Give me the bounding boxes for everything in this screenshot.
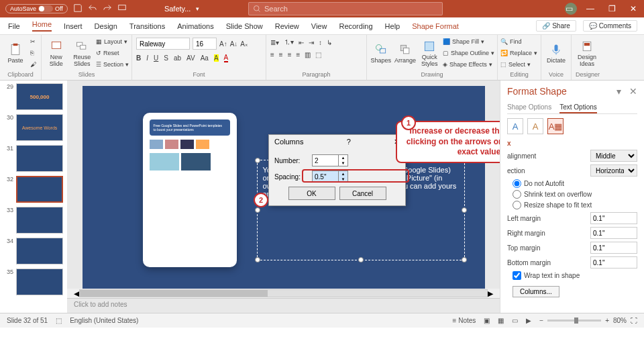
ok-button[interactable]: OK — [288, 187, 335, 200]
undo-icon[interactable] — [88, 3, 97, 14]
notes-toggle[interactable]: ≡ Notes — [453, 317, 476, 324]
highlight-button[interactable]: A — [214, 54, 219, 62]
text-options-tab[interactable]: Text Options — [559, 102, 597, 113]
design-ideas-button[interactable]: Design Ideas — [574, 36, 600, 70]
font-color-button[interactable]: A — [224, 54, 229, 62]
shape-options-tab[interactable]: Shape Options — [507, 102, 551, 113]
thumb-33[interactable] — [16, 207, 63, 234]
notes-pane[interactable]: Click to add notes — [67, 298, 500, 313]
ribbon-options-icon[interactable]: ▭ — [558, 0, 580, 17]
columns-button-pane[interactable]: Columns... — [513, 286, 559, 297]
autosave-toggle[interactable]: AutoSave Off — [5, 4, 68, 13]
quick-styles-button[interactable]: Quick Styles — [419, 36, 441, 70]
tab-recording[interactable]: Recording — [339, 22, 372, 30]
tab-insert[interactable]: Insert — [64, 22, 83, 30]
thumb-35[interactable] — [16, 269, 63, 295]
text-direction-button[interactable]: ↳ — [327, 39, 332, 46]
layout-button[interactable]: ▦ Layout ▾ — [96, 36, 129, 46]
line-spacing-button[interactable]: ↕ — [319, 39, 322, 46]
section-button[interactable]: ☰ Section ▾ — [96, 59, 129, 69]
find-button[interactable]: 🔍 Find — [500, 36, 537, 46]
minimize-icon[interactable]: — — [580, 0, 601, 17]
shape-outline-button[interactable]: ▢ Shape Outline ▾ — [443, 48, 494, 58]
tab-shape-format[interactable]: Shape Format — [412, 22, 459, 30]
thumb-32[interactable] — [16, 176, 63, 203]
zoom-slider[interactable] — [547, 320, 601, 322]
comments-button[interactable]: 💬 Comments — [583, 20, 637, 32]
normal-view-icon[interactable]: ▣ — [484, 317, 490, 324]
tab-slideshow[interactable]: Slide Show — [226, 22, 263, 30]
reading-view-icon[interactable]: ▭ — [512, 317, 518, 324]
shape-effects-button[interactable]: ◈ Shape Effects ▾ — [443, 59, 494, 69]
cancel-button[interactable]: Cancel — [339, 187, 386, 200]
copy-icon[interactable]: ⎘ — [30, 48, 36, 58]
autofit-none-radio[interactable]: Do not Autofit — [513, 179, 637, 188]
thumb-34[interactable] — [16, 238, 63, 264]
shapes-button[interactable]: Shapes — [370, 36, 392, 70]
save-icon[interactable] — [73, 3, 83, 14]
italic-button[interactable]: I — [146, 54, 148, 62]
bullets-button[interactable]: ≣▾ — [270, 39, 279, 46]
zoom-out-icon[interactable]: − — [539, 317, 543, 324]
zoom-level[interactable]: 80% — [613, 317, 627, 324]
smartart-button[interactable]: ⬚ — [315, 51, 321, 58]
tab-file[interactable]: File — [8, 22, 20, 30]
language-status[interactable]: English (United States) — [70, 317, 138, 324]
fit-to-window-icon[interactable]: ⛶ — [631, 317, 637, 324]
slide-thumbnails[interactable]: 29500,000 30Awesome Words 31 32 33 34 35 — [0, 81, 67, 313]
text-direction-select[interactable]: Horizontal — [590, 164, 637, 177]
horizontal-scrollbar[interactable]: ◀▶ — [67, 289, 500, 298]
cut-icon[interactable]: ✂ — [30, 36, 36, 46]
tab-animations[interactable]: Animations — [177, 22, 213, 30]
number-spinner[interactable]: ▲▼ — [312, 154, 348, 166]
search-box[interactable]: Search — [248, 2, 443, 15]
dialog-help-icon[interactable]: ? — [347, 138, 351, 146]
top-margin-input[interactable] — [590, 242, 637, 254]
font-size-input[interactable] — [193, 38, 217, 50]
align-right-button[interactable]: ≡ — [288, 51, 292, 58]
grow-font-icon[interactable]: A↑ — [219, 40, 227, 48]
shadow-button[interactable]: ab — [174, 54, 181, 62]
left-margin-input[interactable] — [590, 212, 637, 224]
slide-counter[interactable]: Slide 32 of 51 — [7, 317, 48, 324]
format-painter-icon[interactable]: 🖌 — [30, 59, 36, 69]
share-button[interactable]: 🔗 Share — [536, 20, 576, 32]
redo-icon[interactable] — [103, 3, 112, 14]
justify-button[interactable]: ≡ — [297, 51, 301, 58]
tab-home[interactable]: Home — [32, 20, 52, 32]
slideshow-view-icon[interactable]: ▶ — [526, 317, 531, 324]
underline-button[interactable]: U — [154, 54, 158, 62]
present-icon[interactable] — [117, 3, 127, 14]
thumb-31[interactable] — [16, 145, 63, 172]
textbox-icon[interactable]: A▦ — [547, 118, 564, 134]
wrap-text-checkbox[interactable]: Wrap text in shape — [513, 271, 637, 280]
maximize-icon[interactable]: ❐ — [601, 0, 623, 17]
tab-view[interactable]: View — [311, 22, 327, 30]
accessibility-icon[interactable]: ⬚ — [56, 317, 62, 324]
indent-inc-button[interactable]: ⇥ — [309, 39, 314, 46]
autofit-resize-radio[interactable]: Resize shape to fit text — [513, 201, 637, 209]
paste-button[interactable]: Paste — [3, 36, 28, 70]
dictate-button[interactable]: Dictate — [544, 36, 568, 70]
vertical-alignment-select[interactable]: Middle — [590, 150, 637, 162]
bottom-margin-input[interactable] — [590, 256, 637, 269]
sorter-view-icon[interactable]: ▦ — [498, 317, 504, 324]
arrange-button[interactable]: Arrange — [394, 36, 416, 70]
new-slide-button[interactable]: New Slide — [44, 36, 68, 70]
tab-design[interactable]: Design — [95, 22, 117, 30]
tab-help[interactable]: Help — [385, 22, 400, 30]
close-icon[interactable]: ✕ — [623, 0, 644, 17]
text-effects-icon[interactable]: A — [527, 118, 543, 134]
shrink-font-icon[interactable]: A↓ — [230, 40, 238, 48]
clear-format-icon[interactable]: Aₓ — [240, 40, 248, 48]
tab-transitions[interactable]: Transitions — [129, 22, 165, 30]
numbering-button[interactable]: ⒈▾ — [284, 38, 294, 47]
number-down[interactable]: ▼ — [339, 160, 347, 166]
font-name-input[interactable] — [136, 38, 190, 50]
text-fill-icon[interactable]: A — [507, 118, 523, 134]
select-button[interactable]: ⬚ Select▾ — [500, 59, 537, 69]
strikethrough-button[interactable]: S — [164, 54, 168, 62]
align-center-button[interactable]: ≡ — [279, 51, 283, 58]
thumb-30[interactable]: Awesome Words — [16, 114, 63, 141]
shape-fill-button[interactable]: 🟦 Shape Fill ▾ — [443, 36, 494, 46]
